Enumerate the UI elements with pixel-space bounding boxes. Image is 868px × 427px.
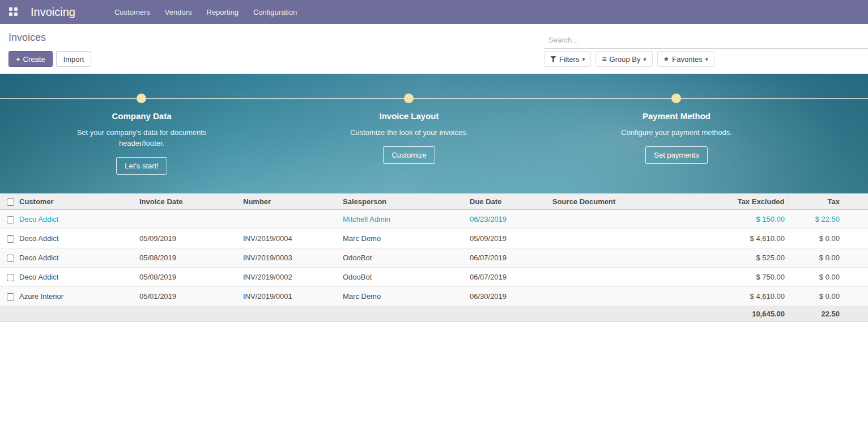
row-checkbox[interactable] [7,274,14,281]
grid-square [14,12,18,16]
main-menu: Customers Vendors Reporting Configuratio… [107,0,304,24]
cell-customer: Deco Addict [17,268,137,287]
menu-vendors[interactable]: Vendors [158,0,199,24]
column-header-invoice-date[interactable]: Invoice Date [137,194,241,210]
cell-number: INV/2019/0004 [241,229,341,248]
step-title: Payment Method [583,111,770,121]
column-header-salesperson[interactable]: Salesperson [341,194,467,210]
table-row[interactable]: Deco Addict 05/08/2019 INV/2019/0002 Odo… [0,268,868,287]
step-description: Configure your payment methods. [606,127,747,138]
menu-reporting[interactable]: Reporting [199,0,246,24]
column-header-tax[interactable]: Tax [787,194,868,210]
view-controls: Filters ▾ ≡ Group By ▾ ★ Favorites ▾ [544,51,714,67]
column-header-tax-excluded[interactable]: Tax Excluded [692,194,787,210]
chevron-down-icon: ▾ [705,56,708,62]
menu-configuration[interactable]: Configuration [246,0,304,24]
grid-square [9,7,12,11]
chevron-down-icon: ▾ [582,56,585,62]
cell-number: INV/2019/0002 [241,268,341,287]
cell-invoice-date: 05/01/2019 [137,287,241,306]
cell-due-date: 06/07/2019 [467,268,550,287]
cell-tax: $ 0.00 [787,268,868,287]
cell-salesperson: OdooBot [341,268,467,287]
cell-tax: $ 22.50 [787,210,868,229]
cell-tax: $ 0.00 [787,287,868,306]
cell-invoice-date: 05/08/2019 [137,268,241,287]
cell-source-document [550,229,692,248]
step-title: Invoice Layout [316,111,503,121]
cell-due-date: 06/30/2019 [467,287,550,306]
column-header-due-date[interactable]: Due Date [467,194,550,210]
cell-source-document [550,268,692,287]
menu-customers[interactable]: Customers [107,0,158,24]
grid-square [14,7,18,11]
cell-customer: Azure Interior [17,287,137,306]
lets-start-button[interactable]: Let's start! [116,157,167,175]
set-payments-button[interactable]: Set payments [645,146,708,164]
step-description: Set your company's data for documents he… [71,127,212,149]
table-header-row: Customer Invoice Date Number Salesperson… [0,194,868,210]
plus-icon: + [16,55,20,64]
cell-source-document [550,210,692,229]
cell-tax: $ 0.00 [787,229,868,248]
create-button-label: Create [23,55,45,64]
cell-source-document [550,287,692,306]
cell-due-date: 05/09/2019 [467,229,550,248]
select-all-checkbox[interactable] [7,198,14,206]
onboarding-banner: Company Data Set your company's data for… [0,74,868,193]
cell-tax-excluded: $ 4,610.00 [692,229,787,248]
import-button[interactable]: Import [56,51,92,67]
cell-source-document [550,248,692,268]
apps-menu-icon[interactable] [9,7,18,16]
cell-tax-excluded: $ 525.00 [692,248,787,268]
search-box [544,32,868,49]
table-row[interactable]: Azure Interior 05/01/2019 INV/2019/0001 … [0,287,868,306]
grid-square [9,12,12,16]
cell-customer: Deco Addict [17,248,137,268]
page-title: Invoices [8,32,46,44]
step-description: Customize the look of your invoices. [338,127,480,138]
row-checkbox[interactable] [7,216,14,223]
total-tax-excluded: 10,645.00 [692,306,787,322]
column-header-source-document[interactable]: Source Document [550,194,692,210]
row-checkbox[interactable] [7,293,14,301]
chevron-down-icon: ▾ [644,56,646,62]
cell-salesperson: Mitchell Admin [341,210,467,229]
step-title: Company Data [48,111,235,121]
select-all-cell [0,194,17,210]
onboarding-step-payment-method: Payment Method Configure your payment me… [583,111,770,164]
search-input[interactable] [544,32,868,48]
onboarding-step-dot [404,94,414,103]
cell-invoice-date: 05/09/2019 [137,229,241,248]
customize-button[interactable]: Customize [383,146,435,164]
column-header-customer[interactable]: Customer [17,194,137,210]
control-panel: Invoices + Create Import Filters ▾ ≡ Gro… [0,24,868,74]
onboarding-step-dot [137,94,146,103]
cell-salesperson: Marc Demo [341,287,467,306]
onboarding-step-dot [671,94,681,103]
table-row[interactable]: Deco Addict Mitchell Admin 06/23/2019 $ … [0,210,868,229]
app-name[interactable]: Invoicing [31,6,75,19]
total-tax: 22.50 [787,306,868,322]
cell-due-date: 06/23/2019 [467,210,550,229]
group-by-icon: ≡ [602,54,606,64]
cell-customer: Deco Addict [17,210,137,229]
table-row[interactable]: Deco Addict 05/08/2019 INV/2019/0003 Odo… [0,248,868,268]
favorites-button[interactable]: ★ Favorites ▾ [657,51,714,67]
row-checkbox[interactable] [7,235,14,243]
filters-label: Filters [559,55,579,64]
create-button[interactable]: + Create [8,51,53,67]
table-row[interactable]: Deco Addict 05/09/2019 INV/2019/0004 Mar… [0,229,868,248]
onboarding-progress-line [0,98,868,99]
cell-due-date: 06/07/2019 [467,248,550,268]
filters-button[interactable]: Filters ▾ [544,51,591,67]
row-checkbox[interactable] [7,255,14,262]
cell-invoice-date [137,210,241,229]
cell-salesperson: Marc Demo [341,229,467,248]
filter-icon [550,56,556,62]
cell-number: INV/2019/0001 [241,287,341,306]
cell-customer: Deco Addict [17,229,137,248]
column-header-number[interactable]: Number [241,194,341,210]
group-by-button[interactable]: ≡ Group By ▾ [595,51,652,67]
cell-tax-excluded: $ 4,610.00 [692,287,787,306]
